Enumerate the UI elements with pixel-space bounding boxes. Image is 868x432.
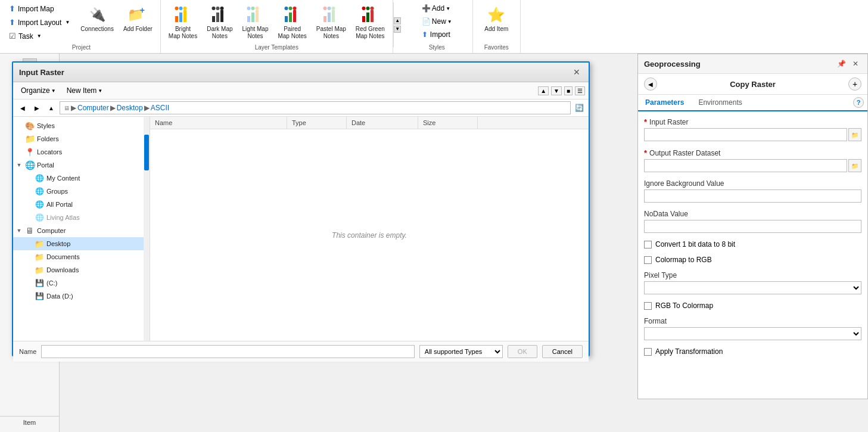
light-map-notes-button[interactable]: Light MapNotes [238, 2, 273, 43]
nodata-field[interactable] [644, 220, 861, 233]
dialog-close-button[interactable]: ✕ [571, 66, 583, 78]
address-computer-part[interactable]: Computer [77, 104, 109, 112]
input-raster-folder-button[interactable]: 📁 [848, 128, 861, 141]
geo-panel-title: Copy Raster [661, 80, 845, 89]
tree-item-drive-c[interactable]: 💾 (C:) [13, 276, 150, 290]
col-date-header[interactable]: Date [347, 117, 418, 129]
ribbon-scroll-up-button[interactable]: ▲ [394, 17, 401, 24]
ribbon-scroll: ▲ ▼ [393, 2, 402, 47]
pixel-type-select[interactable] [644, 281, 861, 294]
forward-button[interactable]: ▶ [31, 102, 43, 114]
geo-close-button[interactable]: ✕ [850, 58, 861, 70]
geo-tab-parameters[interactable]: Parameters [638, 95, 691, 111]
param-rgb-colormap: RGB To Colormap [644, 302, 861, 310]
ignore-bg-label: Ignore Background Value [644, 179, 724, 188]
tree-item-my-content[interactable]: 🌐 My Content [13, 172, 150, 185]
ignore-bg-field[interactable] [644, 189, 861, 203]
tree-item-portal[interactable]: ▼ 🌐 Portal [13, 158, 150, 172]
folders-tree-icon: 📁 [25, 134, 35, 144]
tree-item-downloads[interactable]: 📁 Downloads [13, 263, 150, 276]
cancel-button[interactable]: Cancel [542, 345, 583, 358]
layer-templates-group-label: Layer Templates [255, 43, 298, 51]
add-folder-button[interactable]: 📁 + Add Folder [119, 2, 157, 36]
name-field-label: Name [19, 348, 36, 355]
apply-transform-checkbox[interactable] [644, 348, 652, 356]
sidebar-scrollbar-thumb[interactable] [144, 135, 149, 170]
import-map-icon: ⬆ [9, 4, 15, 13]
svg-point-17 [256, 7, 259, 10]
import-layout-button[interactable]: ⬆ Import Layout ▼ [6, 16, 73, 29]
view-list-button[interactable]: ☰ [575, 86, 585, 95]
input-raster-field[interactable] [644, 128, 847, 141]
col-name-header[interactable]: Name [150, 117, 287, 129]
geo-help-button[interactable]: ? [853, 97, 864, 108]
styles-new-label: New [432, 17, 446, 26]
format-select[interactable] [644, 327, 861, 340]
up-button[interactable]: ▲ [45, 102, 57, 114]
back-button[interactable]: ◀ [17, 102, 29, 114]
colormap-rgb-checkbox[interactable] [644, 256, 652, 264]
tree-item-desktop[interactable]: 📁 Desktop [13, 237, 150, 250]
address-ascii-part[interactable]: ASCII [151, 104, 169, 112]
pixel-type-label: Pixel Type [644, 271, 677, 279]
tree-item-drive-d[interactable]: 💾 Data (D:) [13, 290, 150, 303]
tree-item-all-portal[interactable]: 🌐 All Portal [13, 198, 150, 211]
svg-point-29 [331, 7, 335, 10]
tree-item-locators[interactable]: 📍 Locators [13, 145, 150, 158]
import-map-button[interactable]: ⬆ Import Map [6, 2, 73, 15]
output-raster-folder-button[interactable]: 📁 [848, 159, 861, 172]
task-button[interactable]: ☑ Task ▼ [6, 30, 73, 42]
add-item-button[interactable]: ⭐ Add Item [480, 2, 512, 36]
ribbon-scroll-down-button[interactable]: ▼ [394, 26, 401, 33]
view-detail-button[interactable]: ■ [564, 86, 573, 95]
svg-point-35 [371, 7, 374, 10]
svg-rect-31 [366, 13, 369, 22]
sort-up-button[interactable]: ▲ [538, 86, 549, 95]
tree-item-living-atlas[interactable]: 🌐 Living Atlas [13, 211, 150, 224]
name-field-input[interactable] [41, 345, 415, 358]
svg-rect-25 [328, 13, 331, 22]
red-green-map-notes-button[interactable]: Red GreenMap Notes [351, 2, 389, 43]
add-styles-icon: ➕ [422, 4, 431, 13]
rgb-colormap-checkbox[interactable] [644, 302, 652, 310]
organize-button[interactable]: Organize ▼ [17, 85, 60, 97]
new-item-button[interactable]: New Item ▼ [63, 85, 107, 97]
tree-item-styles[interactable]: 🎨 Styles [13, 119, 150, 132]
tree-item-documents[interactable]: 📁 Documents [13, 250, 150, 263]
refresh-button[interactable]: 🔄 [573, 102, 585, 114]
bright-map-notes-button[interactable]: BrightMap Notes [164, 2, 201, 43]
rgb-colormap-label: RGB To Colormap [655, 302, 713, 310]
tree-item-groups[interactable]: 🌐 Groups [13, 185, 150, 198]
tree-item-computer[interactable]: ▼ 🖥 Computer [13, 224, 150, 237]
styles-new-button[interactable]: 📄 New ▼ [419, 15, 455, 27]
geo-tab-environments[interactable]: Environments [691, 95, 749, 111]
pastel-map-notes-button[interactable]: Pastel MapNotes [312, 2, 350, 43]
connections-button[interactable]: 🔌 Connections [76, 2, 118, 36]
address-desktop-part[interactable]: Desktop [117, 104, 143, 112]
address-sep-1: ▶ [71, 104, 76, 112]
svg-point-15 [247, 7, 251, 10]
portal-expand-icon: ▼ [15, 161, 23, 169]
sort-down-button[interactable]: ▼ [551, 86, 562, 95]
svg-point-33 [362, 7, 366, 10]
geo-title: Geoprocessing [644, 60, 701, 69]
styles-add-button[interactable]: ➕ Add ▼ [419, 2, 455, 14]
dark-map-notes-button[interactable]: Dark MapNotes [203, 2, 237, 43]
paired-map-notes-button[interactable]: PairedMap Notes [273, 2, 310, 43]
ok-button[interactable]: OK [508, 345, 537, 358]
col-type-header[interactable]: Type [287, 117, 347, 129]
favorites-group-label: Favorites [484, 43, 509, 51]
tree-item-folders[interactable]: 📁 Folders [13, 132, 150, 145]
col-size-header[interactable]: Size [418, 117, 478, 129]
geo-back-button[interactable]: ◀ [644, 77, 657, 91]
styles-import-button[interactable]: ⬆ Import [419, 29, 455, 41]
convert-1bit-checkbox[interactable] [644, 241, 652, 248]
apply-transform-label: Apply Transformation [655, 347, 723, 356]
geo-pin-button[interactable]: 📌 [835, 58, 847, 70]
drive-c-tree-label: (C:) [46, 279, 57, 287]
styles-tree-label: Styles [37, 122, 55, 129]
red-green-map-notes-icon [360, 5, 379, 24]
file-type-select[interactable]: All supported Types [419, 345, 503, 358]
geo-add-button[interactable]: + [848, 77, 861, 91]
output-raster-field[interactable] [644, 159, 847, 172]
